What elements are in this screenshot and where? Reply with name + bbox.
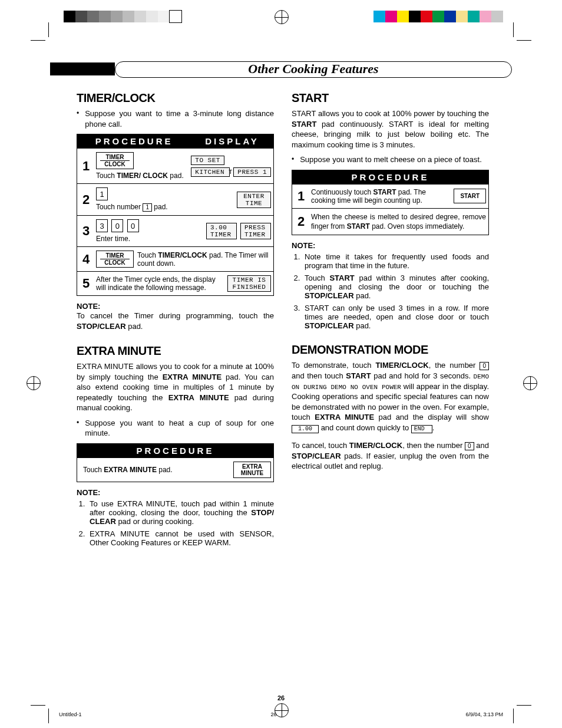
extra-minute-table: PROCEDURE Touch EXTRA MINUTE pad. EXTRA … xyxy=(77,443,274,482)
color-swatch xyxy=(409,11,421,22)
timer-note: To cancel the Timer during programming, … xyxy=(77,311,274,331)
table-row: 3 3 0 0 Enter time. 3.00 TIMER PRESS TIM… xyxy=(77,215,273,246)
table-row: 5 After the Timer cycle ends, the displa… xyxy=(77,271,273,295)
extra-minute-heading: EXTRA MINUTE xyxy=(77,344,274,358)
number-key-icon: 3 xyxy=(96,219,108,232)
extra-minute-para: EXTRA MINUTE allows you to cook for a mi… xyxy=(77,361,274,413)
demo-para-2: To cancel, touch TIMER/CLOCK, then the n… xyxy=(292,440,489,472)
table-row: 1 Continuously touch START pad. The cook… xyxy=(292,184,488,208)
table-row: 2 1 Touch number 1 pad. ENTER TIME xyxy=(77,183,273,215)
extra-minute-pad-icon: EXTRA MINUTE xyxy=(233,462,271,478)
color-swatch xyxy=(123,11,134,22)
lcd-display: TO SET xyxy=(191,156,224,165)
color-swatch xyxy=(146,11,158,22)
note-label: NOTE: xyxy=(77,302,274,311)
start-notes: Note time it takes for frequently used f… xyxy=(292,252,489,330)
note-label: NOTE: xyxy=(292,241,489,250)
color-swatch xyxy=(444,11,456,22)
start-procedure-table: PROCEDURE 1 Continuously touch START pad… xyxy=(292,170,489,235)
timer-procedure-table: PROCEDURE DISPLAY 1 TIMER CLOCK Touch TI… xyxy=(77,134,274,296)
lcd-display: PRESS 1 xyxy=(233,167,271,177)
table-row: Touch EXTRA MINUTE pad. EXTRA MINUTE xyxy=(77,457,273,482)
timer-clock-pad-icon: TIMER CLOCK xyxy=(96,152,134,169)
start-bullet: • Suppose you want to melt cheese on a p… xyxy=(292,154,489,165)
color-swatch xyxy=(158,11,170,22)
number-key-icon: 0 xyxy=(111,219,123,232)
table-row: 2 When the cheese is melted to desired d… xyxy=(292,208,488,235)
color-swatch xyxy=(385,11,397,22)
registration-mark-icon xyxy=(275,10,289,24)
col-display: DISPLAY xyxy=(191,134,273,148)
timer-clock-heading: TIMER/CLOCK xyxy=(77,91,274,105)
table-row: 4 TIMER CLOCK Touch TIMER/CLOCK pad. The… xyxy=(77,246,273,271)
lcd-display: ENTER TIME xyxy=(237,192,271,208)
color-swatch xyxy=(491,11,503,22)
extra-minute-notes: To use EXTRA MINUTE, touch pad within 1 … xyxy=(77,499,274,547)
lcd-display: KITCHEN TIMER xyxy=(191,167,230,177)
start-heading: START xyxy=(292,91,489,105)
extra-minute-bullet: • Suppose you want to heat a cup of soup… xyxy=(77,418,274,439)
color-swatch xyxy=(456,11,468,22)
start-para: START allows you to cook at 100% power b… xyxy=(292,108,489,150)
crop-mark-icon xyxy=(37,28,60,52)
col-procedure: PROCEDURE xyxy=(77,134,191,148)
header-accent-bar xyxy=(50,62,115,75)
footer-meta: Untitled-1 26 6/9/04, 3:13 PM xyxy=(59,711,503,717)
color-swatch xyxy=(480,11,491,22)
crop-mark-icon xyxy=(502,28,525,52)
color-swatch xyxy=(468,11,480,22)
timer-intro: • Suppose you want to time a 3-minute lo… xyxy=(77,108,274,129)
demo-mode-heading: DEMONSTRATION MODE xyxy=(292,343,489,357)
lcd-display: 3.00 TIMER xyxy=(206,223,237,239)
color-swatch xyxy=(75,11,87,22)
number-key-icon: 0 xyxy=(127,219,139,232)
color-swatch xyxy=(134,11,146,22)
timer-clock-pad-icon: TIMER CLOCK xyxy=(96,251,134,268)
col-procedure: PROCEDURE xyxy=(77,444,273,457)
color-swatch xyxy=(373,11,385,22)
start-pad-icon: START xyxy=(454,189,486,203)
demo-para-1: To demonstrate, touch TIMER/CLOCK, the n… xyxy=(292,360,489,433)
color-swatch xyxy=(99,11,111,22)
number-key-icon: 1 xyxy=(96,187,108,200)
color-swatch xyxy=(111,11,123,22)
note-label: NOTE: xyxy=(77,488,274,497)
col-procedure: PROCEDURE xyxy=(292,170,488,184)
color-swatch xyxy=(432,11,444,22)
page-number: 26 xyxy=(0,694,562,701)
table-row: 1 TIMER CLOCK Touch TIMER/ CLOCK pad. TO… xyxy=(77,148,273,183)
color-swatch xyxy=(397,11,409,22)
lcd-display: TIMER IS FINISHED xyxy=(227,275,271,292)
registration-mark-icon xyxy=(523,376,537,390)
color-swatch xyxy=(64,11,75,22)
registration-mark-icon xyxy=(27,376,41,390)
color-swatch xyxy=(87,11,99,22)
page-title: Other Cooking Features xyxy=(115,61,512,78)
color-swatch xyxy=(170,11,181,22)
lcd-display: PRESS TIMER xyxy=(240,223,271,239)
color-swatch xyxy=(421,11,432,22)
